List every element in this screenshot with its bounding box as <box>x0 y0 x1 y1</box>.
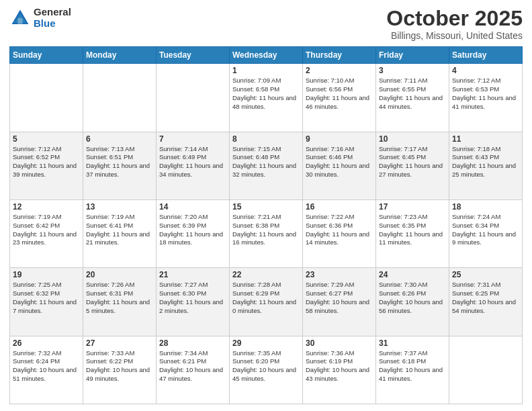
day-number: 15 <box>232 202 300 212</box>
day-info: Sunrise: 7:27 AM Sunset: 6:30 PM Dayligh… <box>159 281 226 315</box>
calendar-cell <box>10 64 83 132</box>
calendar-cell: 19Sunrise: 7:25 AM Sunset: 6:32 PM Dayli… <box>10 268 83 336</box>
day-number: 29 <box>232 338 300 348</box>
day-info: Sunrise: 7:19 AM Sunset: 6:41 PM Dayligh… <box>86 213 153 247</box>
day-info: Sunrise: 7:33 AM Sunset: 6:22 PM Dayligh… <box>86 349 153 383</box>
day-info: Sunrise: 7:21 AM Sunset: 6:38 PM Dayligh… <box>232 213 300 247</box>
calendar-cell: 31Sunrise: 7:37 AM Sunset: 6:18 PM Dayli… <box>376 336 449 404</box>
calendar-cell <box>83 64 157 132</box>
day-info: Sunrise: 7:29 AM Sunset: 6:27 PM Dayligh… <box>306 281 373 315</box>
calendar-week-2: 5Sunrise: 7:12 AM Sunset: 6:52 PM Daylig… <box>10 132 523 199</box>
calendar-cell: 17Sunrise: 7:23 AM Sunset: 6:35 PM Dayli… <box>376 199 449 267</box>
calendar-cell: 8Sunrise: 7:15 AM Sunset: 6:48 PM Daylig… <box>230 132 303 199</box>
day-number: 14 <box>159 202 226 212</box>
calendar-cell: 12Sunrise: 7:19 AM Sunset: 6:42 PM Dayli… <box>10 199 83 267</box>
logo-blue-text: Blue <box>34 18 71 30</box>
day-number: 6 <box>86 134 153 144</box>
day-number: 4 <box>452 66 519 75</box>
calendar-cell: 6Sunrise: 7:13 AM Sunset: 6:51 PM Daylig… <box>83 132 157 199</box>
calendar-cell: 29Sunrise: 7:35 AM Sunset: 6:20 PM Dayli… <box>230 336 303 404</box>
page: General Blue October 2025 Billings, Miss… <box>0 0 532 411</box>
day-number: 3 <box>379 66 446 75</box>
day-info: Sunrise: 7:31 AM Sunset: 6:25 PM Dayligh… <box>452 281 519 315</box>
day-info: Sunrise: 7:23 AM Sunset: 6:35 PM Dayligh… <box>379 213 446 247</box>
calendar-cell: 18Sunrise: 7:24 AM Sunset: 6:34 PM Dayli… <box>449 199 523 267</box>
svg-rect-2 <box>17 18 22 24</box>
header-friday: Friday <box>376 47 449 64</box>
header: General Blue October 2025 Billings, Miss… <box>9 7 523 41</box>
day-info: Sunrise: 7:22 AM Sunset: 6:36 PM Dayligh… <box>306 213 373 247</box>
day-number: 21 <box>159 270 226 279</box>
day-info: Sunrise: 7:34 AM Sunset: 6:21 PM Dayligh… <box>159 349 226 383</box>
calendar-cell: 9Sunrise: 7:16 AM Sunset: 6:46 PM Daylig… <box>303 132 376 199</box>
day-info: Sunrise: 7:12 AM Sunset: 6:53 PM Dayligh… <box>452 77 519 111</box>
header-wednesday: Wednesday <box>230 47 303 64</box>
calendar-cell: 23Sunrise: 7:29 AM Sunset: 6:27 PM Dayli… <box>303 268 376 336</box>
logo: General Blue <box>9 7 71 29</box>
day-number: 12 <box>13 202 80 212</box>
calendar-cell <box>449 336 523 404</box>
day-info: Sunrise: 7:18 AM Sunset: 6:43 PM Dayligh… <box>452 145 519 179</box>
day-info: Sunrise: 7:37 AM Sunset: 6:18 PM Dayligh… <box>379 349 446 383</box>
day-info: Sunrise: 7:25 AM Sunset: 6:32 PM Dayligh… <box>13 281 80 315</box>
header-sunday: Sunday <box>10 47 83 64</box>
day-number: 24 <box>379 270 446 279</box>
header-tuesday: Tuesday <box>157 47 230 64</box>
calendar-week-1: 1Sunrise: 7:09 AM Sunset: 6:58 PM Daylig… <box>10 64 523 132</box>
day-number: 8 <box>232 134 300 144</box>
day-info: Sunrise: 7:14 AM Sunset: 6:49 PM Dayligh… <box>159 145 226 179</box>
day-info: Sunrise: 7:13 AM Sunset: 6:51 PM Dayligh… <box>86 145 153 179</box>
title-block: October 2025 Billings, Missouri, United … <box>386 7 523 41</box>
calendar-cell: 13Sunrise: 7:19 AM Sunset: 6:41 PM Dayli… <box>83 199 157 267</box>
logo-general-text: General <box>34 7 71 18</box>
day-info: Sunrise: 7:15 AM Sunset: 6:48 PM Dayligh… <box>232 145 300 179</box>
calendar-cell: 11Sunrise: 7:18 AM Sunset: 6:43 PM Dayli… <box>449 132 523 199</box>
day-number: 20 <box>86 270 153 279</box>
calendar-cell: 28Sunrise: 7:34 AM Sunset: 6:21 PM Dayli… <box>157 336 230 404</box>
day-number: 27 <box>86 338 153 348</box>
day-info: Sunrise: 7:28 AM Sunset: 6:29 PM Dayligh… <box>232 281 300 315</box>
day-number: 18 <box>452 202 519 212</box>
day-info: Sunrise: 7:30 AM Sunset: 6:26 PM Dayligh… <box>379 281 446 315</box>
calendar-cell: 4Sunrise: 7:12 AM Sunset: 6:53 PM Daylig… <box>449 64 523 132</box>
calendar-week-3: 12Sunrise: 7:19 AM Sunset: 6:42 PM Dayli… <box>10 199 523 267</box>
day-number: 16 <box>306 202 373 212</box>
calendar-cell: 30Sunrise: 7:36 AM Sunset: 6:19 PM Dayli… <box>303 336 376 404</box>
header-monday: Monday <box>83 47 157 64</box>
day-number: 25 <box>452 270 519 279</box>
day-info: Sunrise: 7:16 AM Sunset: 6:46 PM Dayligh… <box>306 145 373 179</box>
day-info: Sunrise: 7:26 AM Sunset: 6:31 PM Dayligh… <box>86 281 153 315</box>
day-info: Sunrise: 7:12 AM Sunset: 6:52 PM Dayligh… <box>13 145 80 179</box>
calendar-cell: 14Sunrise: 7:20 AM Sunset: 6:39 PM Dayli… <box>157 199 230 267</box>
day-number: 23 <box>306 270 373 279</box>
day-number: 22 <box>232 270 300 279</box>
day-number: 30 <box>306 338 373 348</box>
day-number: 26 <box>13 338 80 348</box>
calendar-cell: 7Sunrise: 7:14 AM Sunset: 6:49 PM Daylig… <box>157 132 230 199</box>
calendar-cell: 27Sunrise: 7:33 AM Sunset: 6:22 PM Dayli… <box>83 336 157 404</box>
header-thursday: Thursday <box>303 47 376 64</box>
calendar-header: Sunday Monday Tuesday Wednesday Thursday… <box>10 47 523 64</box>
logo-text: General Blue <box>34 7 71 29</box>
calendar-cell: 20Sunrise: 7:26 AM Sunset: 6:31 PM Dayli… <box>83 268 157 336</box>
day-info: Sunrise: 7:35 AM Sunset: 6:20 PM Dayligh… <box>232 349 300 383</box>
day-info: Sunrise: 7:17 AM Sunset: 6:45 PM Dayligh… <box>379 145 446 179</box>
day-number: 31 <box>379 338 446 348</box>
calendar-cell: 5Sunrise: 7:12 AM Sunset: 6:52 PM Daylig… <box>10 132 83 199</box>
calendar-cell: 1Sunrise: 7:09 AM Sunset: 6:58 PM Daylig… <box>230 64 303 132</box>
calendar-cell: 24Sunrise: 7:30 AM Sunset: 6:26 PM Dayli… <box>376 268 449 336</box>
day-number: 5 <box>13 134 80 144</box>
calendar-cell: 21Sunrise: 7:27 AM Sunset: 6:30 PM Dayli… <box>157 268 230 336</box>
calendar-cell: 15Sunrise: 7:21 AM Sunset: 6:38 PM Dayli… <box>230 199 303 267</box>
day-number: 28 <box>159 338 226 348</box>
calendar-body: 1Sunrise: 7:09 AM Sunset: 6:58 PM Daylig… <box>10 64 523 404</box>
calendar-cell: 22Sunrise: 7:28 AM Sunset: 6:29 PM Dayli… <box>230 268 303 336</box>
day-number: 17 <box>379 202 446 212</box>
day-number: 9 <box>306 134 373 144</box>
day-info: Sunrise: 7:36 AM Sunset: 6:19 PM Dayligh… <box>306 349 373 383</box>
calendar-cell: 3Sunrise: 7:11 AM Sunset: 6:55 PM Daylig… <box>376 64 449 132</box>
day-number: 7 <box>159 134 226 144</box>
calendar-table: Sunday Monday Tuesday Wednesday Thursday… <box>9 46 523 404</box>
calendar-cell: 10Sunrise: 7:17 AM Sunset: 6:45 PM Dayli… <box>376 132 449 199</box>
calendar-week-5: 26Sunrise: 7:32 AM Sunset: 6:24 PM Dayli… <box>10 336 523 404</box>
